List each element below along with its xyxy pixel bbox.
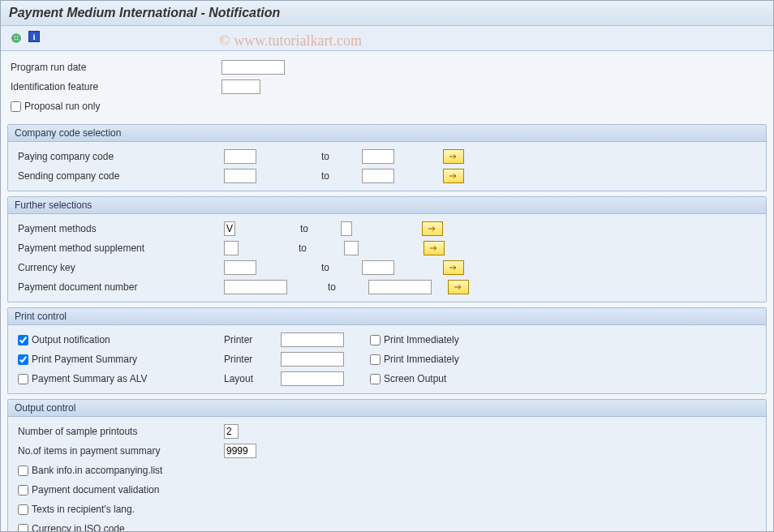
to-label: to bbox=[235, 223, 341, 234]
bank-info-label: Bank info.in accompanying.list bbox=[32, 465, 162, 476]
currency-multi-button[interactable] bbox=[443, 260, 464, 275]
texts-lang-checkbox[interactable] bbox=[18, 504, 28, 515]
texts-lang-label: Texts in recipient's lang. bbox=[32, 504, 135, 515]
sending-company-label: Sending company code bbox=[18, 170, 224, 182]
printer-label: Printer bbox=[224, 354, 281, 365]
payment-methods-label: Payment methods bbox=[18, 223, 224, 234]
page-title: Payment Medium International - Notificat… bbox=[1, 1, 773, 26]
sending-company-to-input[interactable] bbox=[362, 169, 394, 183]
currency-key-label: Currency key bbox=[18, 262, 224, 273]
payment-methods-from-input[interactable] bbox=[224, 221, 235, 236]
print-control-group: Print control Output notification Printe… bbox=[7, 307, 767, 394]
arrow-right-icon bbox=[449, 172, 458, 180]
docnum-multi-button[interactable] bbox=[448, 280, 469, 294]
currency-iso-label: Currency in ISO code bbox=[32, 523, 125, 532]
items-summary-label: No.of items in payment summary bbox=[18, 445, 224, 457]
summary-alv-label: Payment Summary as ALV bbox=[32, 373, 148, 384]
print-immediately2-checkbox[interactable] bbox=[370, 354, 381, 365]
docnum-label: Payment document number bbox=[18, 281, 224, 293]
to-label: to bbox=[256, 170, 362, 182]
arrow-right-icon bbox=[428, 225, 437, 233]
doc-validation-checkbox[interactable] bbox=[18, 485, 28, 496]
execute-icon bbox=[11, 32, 22, 44]
proposal-run-only-checkbox[interactable] bbox=[11, 101, 21, 112]
paying-company-label: Paying company code bbox=[18, 151, 224, 162]
output-notification-label: Output notification bbox=[32, 334, 110, 345]
arrow-right-icon bbox=[449, 264, 458, 272]
layout-input[interactable] bbox=[281, 371, 344, 386]
print-summary-checkbox[interactable] bbox=[18, 354, 28, 365]
toolbar: i bbox=[1, 26, 773, 51]
summary-alv-checkbox[interactable] bbox=[18, 374, 28, 384]
arrow-right-icon bbox=[449, 152, 458, 161]
to-label: to bbox=[287, 281, 368, 293]
payment-methods-to-input[interactable] bbox=[341, 221, 352, 236]
company-code-title: Company code selection bbox=[8, 125, 766, 142]
program-run-date-label: Program run date bbox=[11, 62, 221, 73]
print-immediately1-checkbox[interactable] bbox=[370, 335, 381, 345]
program-run-date-input[interactable] bbox=[221, 60, 285, 75]
sending-company-from-input[interactable] bbox=[224, 169, 256, 183]
payment-methods-multi-button[interactable] bbox=[422, 221, 443, 236]
screen-output-checkbox[interactable] bbox=[370, 374, 381, 384]
paying-company-from-input[interactable] bbox=[224, 149, 256, 164]
print-control-title: Print control bbox=[8, 308, 766, 325]
supplement-to-input[interactable] bbox=[344, 241, 359, 255]
printer-label: Printer bbox=[224, 334, 281, 345]
print-immediately2-label: Print Immediately bbox=[384, 354, 459, 365]
info-button[interactable]: i bbox=[28, 31, 40, 42]
paying-company-to-input[interactable] bbox=[362, 149, 394, 164]
supplement-label: Payment method supplement bbox=[18, 242, 224, 254]
currency-to-input[interactable] bbox=[362, 260, 394, 275]
docnum-from-input[interactable] bbox=[224, 280, 287, 294]
currency-from-input[interactable] bbox=[224, 260, 256, 275]
supplement-from-input[interactable] bbox=[224, 241, 239, 255]
paying-company-multi-button[interactable] bbox=[443, 149, 464, 164]
further-selections-group: Further selections Payment methods to Pa… bbox=[7, 196, 767, 302]
doc-validation-label: Payment document validation bbox=[32, 484, 159, 496]
to-label: to bbox=[256, 151, 362, 162]
arrow-right-icon bbox=[429, 244, 439, 252]
screen-output-label: Screen Output bbox=[384, 373, 446, 384]
sap-selection-screen: Payment Medium International - Notificat… bbox=[0, 0, 774, 532]
to-label: to bbox=[239, 242, 344, 254]
sending-company-multi-button[interactable] bbox=[443, 169, 464, 183]
print-immediately1-label: Print Immediately bbox=[384, 334, 459, 345]
docnum-to-input[interactable] bbox=[368, 280, 432, 294]
further-selections-title: Further selections bbox=[8, 197, 766, 214]
identification-feature-label: Identification feature bbox=[11, 81, 221, 92]
arrow-right-icon bbox=[454, 283, 463, 291]
sample-printouts-label: Number of sample printouts bbox=[18, 426, 224, 437]
identification-feature-input[interactable] bbox=[221, 79, 260, 94]
printer1-input[interactable] bbox=[281, 332, 344, 347]
layout-label: Layout bbox=[224, 373, 281, 384]
proposal-run-only-label: Proposal run only bbox=[24, 101, 100, 112]
output-control-group: Output control Number of sample printout… bbox=[7, 399, 767, 532]
sample-printouts-input[interactable] bbox=[224, 424, 239, 439]
company-code-group: Company code selection Paying company co… bbox=[7, 124, 767, 191]
output-notification-checkbox[interactable] bbox=[18, 335, 28, 345]
print-summary-label: Print Payment Summary bbox=[32, 354, 137, 365]
output-control-title: Output control bbox=[8, 400, 766, 417]
printer2-input[interactable] bbox=[281, 352, 344, 367]
items-summary-input[interactable] bbox=[224, 444, 256, 458]
currency-iso-checkbox[interactable] bbox=[18, 524, 28, 533]
supplement-multi-button[interactable] bbox=[424, 241, 445, 255]
execute-button[interactable] bbox=[9, 31, 24, 45]
bank-info-checkbox[interactable] bbox=[18, 466, 28, 476]
to-label: to bbox=[256, 262, 362, 273]
top-fields: Program run date Identification feature … bbox=[1, 51, 773, 119]
